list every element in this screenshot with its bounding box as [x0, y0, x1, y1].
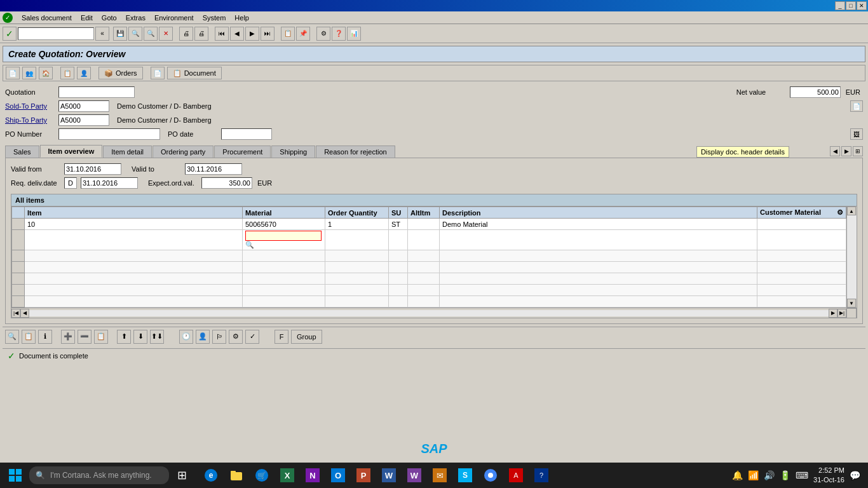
prev-btn[interactable]: ◀ — [230, 27, 244, 41]
tab-nav-left[interactable]: ◀ — [830, 146, 840, 156]
ship-to-label[interactable]: Ship-To Party — [5, 116, 56, 124]
group-button[interactable]: Group — [291, 330, 322, 344]
speaker-icon[interactable]: 🔊 — [764, 470, 775, 480]
scroll-right-to-end[interactable]: ▶| — [837, 309, 846, 318]
check-btn[interactable]: ✓ — [245, 330, 259, 344]
taskbar-app-outlook[interactable]: O — [327, 464, 349, 487]
flag-btn[interactable]: 🏳 — [212, 330, 226, 344]
network-icon[interactable]: 📶 — [748, 470, 759, 480]
taskbar-app-store[interactable]: 🛒 — [250, 464, 273, 487]
sort-btn[interactable]: ⬆⬇ — [150, 330, 164, 344]
req-deliv-date[interactable] — [81, 177, 138, 189]
move-up-btn[interactable]: ⬆ — [117, 330, 131, 344]
row-selector[interactable] — [12, 296, 25, 308]
quotation-input[interactable] — [58, 86, 135, 98]
document-button[interactable]: 📋 Document — [167, 67, 222, 79]
po-number-input[interactable] — [58, 128, 160, 140]
tab-expand[interactable]: ⊞ — [853, 146, 863, 156]
taskbar-app-word[interactable]: W — [377, 464, 400, 487]
help2-btn[interactable]: ❓ — [332, 27, 346, 41]
person-btn[interactable]: 👤 — [196, 330, 210, 344]
net-value-input[interactable] — [790, 86, 841, 98]
cancel-btn[interactable]: ✕ — [159, 27, 173, 41]
req-deliv-indicator[interactable] — [64, 177, 77, 189]
details-btn[interactable]: 📋 — [22, 330, 36, 344]
first-btn[interactable]: ⏮ — [215, 27, 229, 41]
column-settings-icon[interactable]: ⚙ — [837, 208, 843, 217]
title-bar-buttons[interactable]: _ □ ✕ — [835, 1, 867, 10]
move-down-btn[interactable]: ⬇ — [133, 330, 147, 344]
menu-system[interactable]: System — [199, 13, 230, 23]
cortana-search[interactable]: 🔍 I'm Cortana. Ask me anything. — [29, 466, 169, 484]
taskbar-app-excel[interactable]: X — [276, 464, 299, 487]
print2-btn[interactable]: 🖨 — [194, 27, 208, 41]
doc-btn[interactable]: 📄 — [6, 67, 20, 79]
scroll-down-btn[interactable]: ▼ — [847, 299, 856, 308]
clock-display[interactable]: 2:52 PM 31-Oct-16 — [813, 466, 844, 485]
menu-goto[interactable]: Goto — [98, 13, 121, 23]
menu-sales-document[interactable]: Sales document — [18, 13, 76, 23]
tab-shipping[interactable]: Shipping — [271, 146, 315, 158]
user-btn[interactable]: 👤 — [77, 67, 91, 79]
notification-icon[interactable]: 🔔 — [732, 470, 743, 480]
scroll-left-to-start[interactable]: |◀ — [11, 309, 20, 318]
row-selector[interactable] — [12, 219, 25, 230]
valid-to-input[interactable] — [185, 163, 242, 175]
delete-row-btn[interactable]: ➖ — [78, 330, 92, 344]
last-btn[interactable]: ⏭ — [261, 27, 275, 41]
info-btn[interactable]: ℹ — [38, 330, 52, 344]
zoom-in-btn[interactable]: 🔍 — [5, 330, 19, 344]
persons-btn[interactable]: 👥 — [22, 67, 36, 79]
tab-item-overview[interactable]: Item overview — [40, 145, 103, 158]
valid-from-input[interactable] — [64, 163, 121, 175]
menu-extras[interactable]: Extras — [122, 13, 149, 23]
material-input[interactable] — [245, 231, 322, 241]
tab-nav-right[interactable]: ▶ — [841, 146, 851, 156]
taskbar-app-edge[interactable]: e — [200, 464, 222, 487]
copy-btn[interactable]: 📋 — [60, 67, 74, 79]
find-btn[interactable]: 🔍 — [128, 27, 142, 41]
print-btn[interactable]: 🖨 — [179, 27, 193, 41]
place-btn[interactable]: 📌 — [296, 27, 310, 41]
sold-to-label[interactable]: Sold-To Party — [5, 102, 56, 110]
po-img-icon[interactable]: 🖼 — [850, 128, 863, 140]
taskbar-app-acrobat[interactable]: A — [505, 464, 527, 487]
row-selector[interactable] — [12, 273, 25, 285]
row-selector[interactable] — [12, 285, 25, 296]
sold-to-doc-icon[interactable]: 📄 — [850, 100, 863, 112]
settings2-btn[interactable]: ⚙ — [229, 330, 243, 344]
task-view-button[interactable]: ⊞ — [170, 464, 193, 487]
find-next-btn[interactable]: 🔍 — [144, 27, 158, 41]
nav-back[interactable]: « — [95, 27, 109, 41]
menu-environment[interactable]: Environment — [151, 13, 198, 23]
taskbar-app-chrome[interactable] — [479, 464, 502, 487]
row-selector[interactable] — [12, 230, 25, 250]
function-btn[interactable]: F — [275, 330, 288, 344]
tab-item-detail[interactable]: Item detail — [103, 146, 152, 158]
tab-reason-rejection[interactable]: Reason for rejection — [316, 146, 395, 158]
row-selector[interactable] — [12, 262, 25, 273]
ok-button[interactable]: ✓ — [3, 27, 17, 41]
copy-row-btn[interactable]: 📋 — [94, 330, 108, 344]
insert-row-btn[interactable]: ➕ — [61, 330, 75, 344]
row-selector[interactable] — [12, 250, 25, 262]
material-search-icon[interactable]: 🔍 — [245, 241, 254, 248]
taskbar-app-email[interactable]: ✉ — [428, 464, 451, 487]
taskbar-app-powerpoint[interactable]: P — [352, 464, 375, 487]
scroll-left-btn[interactable]: ◀ — [20, 309, 29, 318]
tab-procurement[interactable]: Procurement — [214, 146, 271, 158]
tab-ordering-party[interactable]: Ordering party — [153, 146, 214, 158]
sold-to-id[interactable] — [58, 100, 109, 112]
action-center-icon[interactable]: 💬 — [850, 470, 860, 480]
scroll-right-btn[interactable]: ▶ — [829, 309, 837, 318]
settings-btn[interactable]: ⚙ — [316, 27, 330, 41]
tab-sales[interactable]: Sales — [5, 146, 39, 158]
command-field[interactable] — [18, 27, 94, 40]
taskbar-app-skype[interactable]: S — [454, 464, 477, 487]
expect-ord-input[interactable] — [201, 177, 252, 189]
keyboard-icon[interactable]: ⌨ — [796, 470, 808, 480]
next-btn[interactable]: ▶ — [245, 27, 259, 41]
clock-btn[interactable]: 🕐 — [179, 330, 193, 344]
taskbar-app-onenote[interactable]: N — [301, 464, 324, 487]
minimize-button[interactable]: _ — [835, 1, 845, 10]
